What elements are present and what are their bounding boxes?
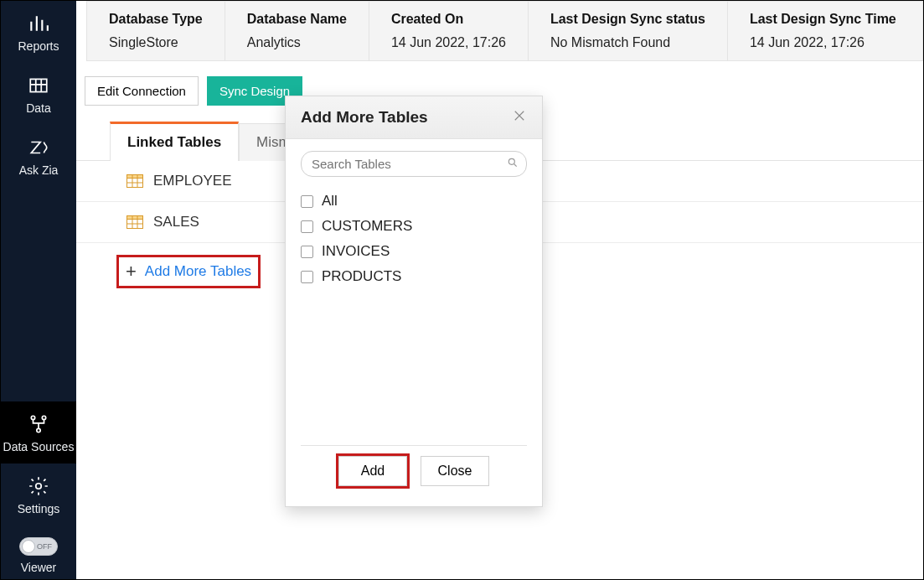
checkbox[interactable] [301, 246, 313, 258]
checklist-label: All [322, 193, 338, 210]
sidebar-item-label: Settings [18, 502, 60, 515]
sidebar-item-reports[interactable]: Reports [1, 1, 76, 63]
sidebar-item-ask-zia[interactable]: Ask Zia [1, 125, 76, 187]
svg-rect-6 [127, 175, 143, 179]
summary-head: Database Name [247, 12, 347, 27]
summary-value: 14 Jun 2022, 17:26 [750, 35, 896, 50]
summary-value: Analytics [247, 35, 347, 50]
summary-cell-db-type: Database Type SingleStore [87, 2, 225, 60]
linked-table-name: EMPLOYEE [153, 173, 232, 189]
modal-body: All CUSTOMERS INVOICES PRODUCTS [286, 139, 542, 294]
sidebar-item-data[interactable]: Data [1, 63, 76, 125]
search-icon [507, 157, 519, 172]
table-icon [28, 75, 49, 96]
bar-chart-icon [28, 13, 49, 34]
add-more-tables-button[interactable]: + Add More Tables [116, 255, 261, 288]
zia-icon [28, 137, 49, 158]
modal-title: Add More Tables [301, 108, 428, 127]
sidebar-item-label: Viewer [21, 561, 57, 574]
checklist-item[interactable]: PRODUCTS [301, 264, 527, 289]
add-more-label: Add More Tables [145, 263, 251, 280]
checkbox[interactable] [301, 195, 313, 208]
sidebar-item-label: Data [26, 101, 51, 115]
plus-icon: + [126, 262, 137, 281]
summary-head: Created On [391, 12, 506, 27]
modal-close-button[interactable]: Close [421, 456, 489, 486]
summary-value: 14 Jun 2022, 17:26 [391, 35, 506, 50]
summary-cell-sync-status: Last Design Sync status No Mismatch Foun… [529, 2, 728, 60]
modal-footer: Add Close [286, 446, 542, 506]
svg-point-3 [37, 428, 40, 432]
summary-head: Last Design Sync Time [750, 12, 896, 27]
svg-rect-0 [30, 79, 47, 91]
checklist-item[interactable]: CUSTOMERS [301, 214, 527, 239]
checkbox[interactable] [301, 220, 313, 233]
edit-connection-button[interactable]: Edit Connection [85, 76, 199, 106]
summary-value: SingleStore [109, 35, 203, 50]
data-sources-icon [28, 413, 49, 435]
summary-cell-created-on: Created On 14 Jun 2022, 17:26 [369, 2, 529, 60]
svg-rect-8 [127, 216, 143, 220]
checklist-item-all[interactable]: All [301, 189, 527, 214]
summary-value: No Mismatch Found [550, 35, 705, 50]
search-tables-input[interactable] [301, 151, 527, 177]
summary-cell-sync-time: Last Design Sync Time 14 Jun 2022, 17:26 [728, 2, 918, 60]
modal-add-button[interactable]: Add [338, 456, 407, 486]
linked-table-name: SALES [153, 214, 199, 230]
checklist-label: PRODUCTS [322, 268, 401, 285]
summary-head: Database Type [109, 12, 203, 27]
sidebar: Reports Data Ask Zia Data Sources Settin… [1, 1, 76, 579]
svg-point-1 [31, 416, 34, 419]
close-icon [512, 108, 527, 123]
add-more-tables-modal: Add More Tables All CUSTOMERS INVOICES [285, 96, 543, 507]
tables-checklist: All CUSTOMERS INVOICES PRODUCTS [301, 189, 527, 289]
checkbox[interactable] [301, 271, 313, 283]
svg-point-9 [508, 158, 514, 164]
tab-linked-tables[interactable]: Linked Tables [110, 122, 239, 161]
sidebar-item-label: Ask Zia [19, 163, 59, 177]
checklist-label: INVOICES [322, 243, 390, 260]
viewer-toggle[interactable]: OFF [19, 537, 58, 556]
sidebar-item-settings[interactable]: Settings [1, 463, 76, 526]
sidebar-item-viewer[interactable]: OFF Viewer [1, 526, 76, 579]
summary-bar: Database Type SingleStore Database Name … [86, 1, 923, 61]
summary-head: Last Design Sync status [550, 12, 705, 27]
svg-point-2 [42, 416, 45, 419]
checklist-item[interactable]: INVOICES [301, 239, 527, 264]
checklist-label: CUSTOMERS [322, 218, 412, 235]
modal-close-button[interactable] [512, 108, 527, 127]
svg-point-4 [36, 484, 42, 489]
gear-icon [28, 475, 49, 497]
table-icon [126, 215, 143, 229]
sidebar-item-label: Reports [18, 39, 59, 53]
summary-cell-db-name: Database Name Analytics [225, 2, 369, 60]
sidebar-item-label: Data Sources [3, 440, 75, 453]
toggle-state: OFF [37, 542, 52, 551]
sidebar-item-data-sources[interactable]: Data Sources [1, 401, 76, 463]
table-icon [126, 174, 143, 188]
modal-header: Add More Tables [286, 96, 542, 139]
